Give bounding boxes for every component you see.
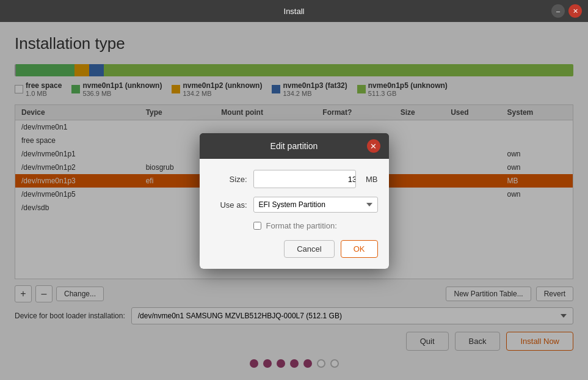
- use-as-label: Use as:: [211, 200, 247, 210]
- size-row: Size: − + MB: [211, 170, 378, 188]
- modal-overlay: Edit partition ✕ Size: − + MB Use as: EF…: [0, 22, 588, 380]
- close-button[interactable]: ✕: [568, 4, 582, 18]
- modal-header: Edit partition ✕: [200, 133, 389, 159]
- use-as-row: Use as: EFI System Partitionext4ext3ext2…: [211, 197, 378, 213]
- size-input[interactable]: [254, 172, 357, 187]
- modal-close-button[interactable]: ✕: [367, 139, 380, 153]
- format-checkbox[interactable]: [253, 222, 261, 230]
- edit-partition-modal: Edit partition ✕ Size: − + MB Use as: EF…: [200, 133, 389, 269]
- modal-ok-button[interactable]: OK: [341, 240, 378, 258]
- titlebar: Install – ✕: [0, 0, 588, 22]
- window-title: Install: [284, 7, 305, 16]
- window-controls: – ✕: [551, 4, 582, 18]
- modal-body: Size: − + MB Use as: EFI System Partitio…: [200, 159, 389, 269]
- format-row: Format the partition:: [253, 221, 378, 230]
- size-input-group: − +: [253, 170, 357, 188]
- use-as-select[interactable]: EFI System Partitionext4ext3ext2swapFAT3…: [253, 197, 378, 213]
- modal-title: Edit partition: [222, 141, 367, 151]
- size-label: Size:: [211, 175, 247, 184]
- modal-cancel-button[interactable]: Cancel: [284, 240, 334, 258]
- minimize-button[interactable]: –: [551, 4, 565, 18]
- format-label: Format the partition:: [266, 221, 337, 230]
- size-unit: MB: [366, 175, 378, 184]
- modal-footer: Cancel OK: [211, 240, 378, 260]
- main-content: Installation type free space1.0 MBnvme0n…: [0, 22, 588, 380]
